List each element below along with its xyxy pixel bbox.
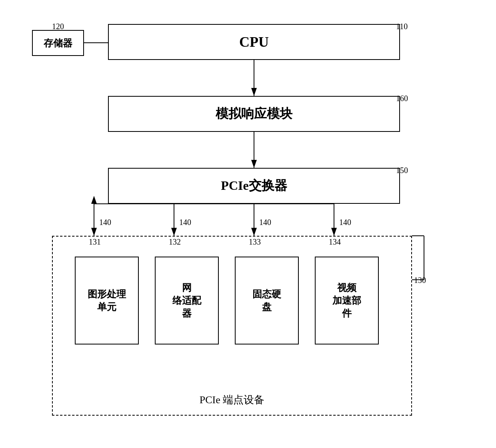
gpu-box: 图形处理单元 [75, 257, 139, 344]
ssd-box: 固态硬盘 [235, 257, 299, 344]
gpu-label: 图形处理单元 [88, 288, 126, 313]
sim-module-box: 模拟响应模块 [108, 96, 400, 132]
cpu-box: CPU [108, 24, 400, 60]
nic-box: 网络适配器 [155, 257, 219, 344]
cpu-label: CPU [239, 34, 269, 50]
endpoint-container: 图形处理单元 网络适配器 固态硬盘 视频加速部件 PCIe 端点设备 [52, 236, 412, 416]
ssd-label: 固态硬盘 [252, 288, 281, 313]
ref-sim-module: 160 [396, 94, 408, 103]
endpoint-label: PCIe 端点设备 [200, 393, 265, 407]
video-label: 视频加速部件 [332, 281, 361, 320]
memory-box: 存储器 [32, 30, 84, 56]
diagram-container: 存储器 CPU 模拟响应模块 PCIe交换器 110 120 160 150 1… [0, 0, 496, 448]
ref-conn-2: 140 [179, 218, 191, 227]
ref-cpu: 110 [396, 22, 408, 31]
ref-conn-4: 140 [339, 218, 351, 227]
ref-memory: 120 [52, 22, 64, 31]
pcie-switch-label: PCIe交换器 [221, 177, 287, 195]
nic-label: 网络适配器 [172, 281, 201, 320]
ref-conn-3: 140 [259, 218, 271, 227]
video-box: 视频加速部件 [315, 257, 379, 344]
sim-module-label: 模拟响应模块 [216, 105, 292, 123]
ref-conn-1: 140 [99, 218, 111, 227]
ref-pcie-switch: 150 [396, 166, 408, 175]
memory-label: 存储器 [44, 37, 72, 50]
pcie-switch-box: PCIe交换器 [108, 168, 400, 204]
ref-endpoint-group: 130 [414, 276, 426, 285]
